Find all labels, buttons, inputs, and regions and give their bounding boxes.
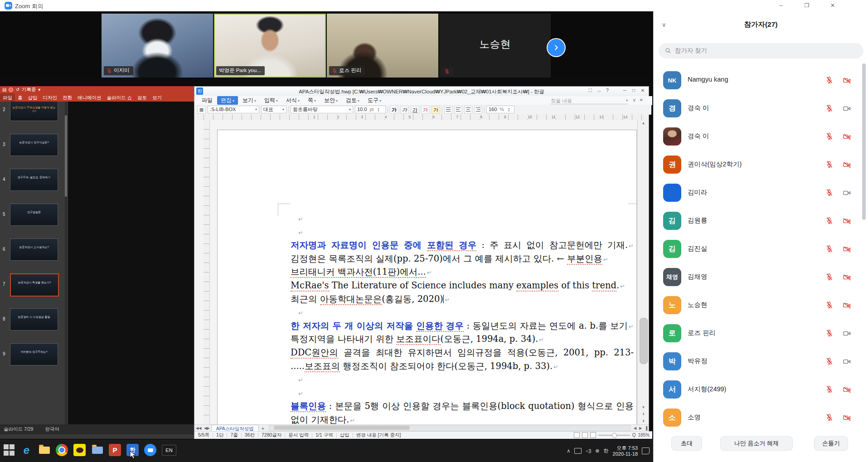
- participant-row[interactable]: 소소영: [654, 404, 868, 432]
- video-tile[interactable]: 노승현: [439, 14, 551, 78]
- vertical-scrollbar[interactable]: ▲ ▼ ⇞ ⇟: [637, 120, 649, 424]
- video-tile[interactable]: 박영준 Park you...: [214, 14, 326, 78]
- align-justify-button[interactable]: [444, 106, 452, 114]
- split-view-icon[interactable]: ↔: [595, 88, 603, 93]
- style-preset-select[interactable]: 대표▾: [261, 106, 286, 113]
- maximize-button[interactable]: ❐: [796, 0, 817, 11]
- slide-thumbnail-8[interactable]: 논문정리 시 사전점검 할일: [10, 308, 58, 331]
- hwp-menu-편집[interactable]: 편집▾: [217, 96, 238, 105]
- start-button[interactable]: [3, 444, 15, 456]
- slide-thumbnail-6[interactable]: 논문작성시 조사설계는?: [10, 238, 58, 261]
- align-center-button[interactable]: [464, 106, 472, 114]
- align-right-button[interactable]: [474, 106, 482, 114]
- underline-button[interactable]: 가: [411, 106, 419, 114]
- minimize-button[interactable]: ─: [771, 0, 791, 11]
- network-icon[interactable]: ⊗: [595, 448, 599, 454]
- participant-row[interactable]: 로로즈 핀리: [654, 319, 868, 347]
- ppt-tab-6[interactable]: 애니메이션: [75, 93, 104, 102]
- help-icon[interactable]: ?: [603, 88, 611, 93]
- scroll-left-icon[interactable]: ◀: [632, 426, 638, 430]
- display-tray-icon[interactable]: [574, 448, 582, 454]
- slide-thumbnail-3[interactable]: 논문작성시 연구대상은?: [10, 134, 58, 156]
- folder-icon[interactable]: [91, 444, 103, 456]
- ime-indicator[interactable]: 한: [604, 447, 609, 454]
- hwp-menu-서식[interactable]: 서식▾: [282, 96, 303, 105]
- hwp-menu-보기[interactable]: 보기▾: [239, 96, 260, 105]
- hwp-menu-도구[interactable]: 도구▾: [364, 96, 385, 105]
- video-tile[interactable]: 로즈 핀리: [327, 14, 438, 78]
- action-center-icon[interactable]: [642, 447, 650, 454]
- participant-row[interactable]: 경경숙 이: [654, 94, 868, 122]
- zoom-icon[interactable]: [144, 444, 156, 456]
- ppt-tab-4[interactable]: 디자인: [40, 93, 60, 102]
- video-tile[interactable]: 이지미: [102, 14, 213, 78]
- hwp-minimize-button[interactable]: ─: [621, 88, 629, 93]
- ppt-tab-9[interactable]: 보기: [150, 93, 165, 102]
- split-handle-icon[interactable]: ▐: [643, 426, 649, 430]
- kakaotalk-icon[interactable]: [73, 444, 86, 456]
- ppt-tab-8[interactable]: 검토: [135, 93, 150, 102]
- language-badge[interactable]: EN: [162, 445, 176, 456]
- view-single-icon[interactable]: [574, 432, 580, 438]
- highlight-button[interactable]: 가: [432, 106, 440, 114]
- chrome-icon[interactable]: [56, 444, 68, 456]
- hwp-close-button[interactable]: ✕: [639, 88, 647, 93]
- save-icon[interactable]: ▤: [2, 86, 6, 93]
- document-tab[interactable]: APA스타일작성법: [211, 425, 259, 432]
- participants-scrollbar[interactable]: [862, 63, 866, 220]
- quick-access-dropdown-icon[interactable]: ▾: [38, 86, 40, 93]
- ppt-tab-5[interactable]: 전환: [60, 93, 75, 102]
- ppt-tab-2[interactable]: 홈: [15, 93, 25, 102]
- powerpoint-icon[interactable]: P: [109, 444, 121, 456]
- participant-row[interactable]: NKNamgyu kang: [654, 66, 868, 94]
- participant-row[interactable]: 노노승현: [654, 291, 868, 319]
- document-area[interactable]: ↵↵저자명과 자료명이 인용문 중에 포함된 경우 : 주 표시 없이 참고문헌…: [194, 120, 649, 424]
- participant-row[interactable]: 경숙 이: [654, 122, 868, 151]
- participant-row[interactable]: 김김진실: [654, 235, 868, 263]
- unmute-me-button[interactable]: 나만 음소거 해제: [720, 436, 793, 451]
- participant-row[interactable]: 서서지형(2499): [654, 375, 868, 404]
- zoom-slider-knob[interactable]: [612, 433, 617, 438]
- italic-button[interactable]: 가: [400, 106, 409, 114]
- ppt-tab-1[interactable]: 파일: [0, 93, 15, 102]
- hwp-menu-파일[interactable]: 파일: [198, 96, 216, 105]
- font-color-button[interactable]: 가: [421, 106, 430, 114]
- taskbar-clock[interactable]: 오후 7:532020-11-18: [613, 445, 638, 457]
- edge-icon[interactable]: e: [20, 444, 33, 456]
- fullscreen-icon[interactable]: ⛶: [586, 88, 594, 93]
- zoom-lens-icon[interactable]: Q: [632, 433, 636, 438]
- ppt-tab-3[interactable]: 삽입: [25, 93, 40, 102]
- participant-row[interactable]: 김미라: [654, 179, 868, 207]
- hidden-icons-chevron[interactable]: ∧: [567, 448, 570, 454]
- close-button[interactable]: ✕: [822, 0, 843, 11]
- find-input[interactable]: 찾을 내용▾: [551, 97, 628, 104]
- view-facing-icon[interactable]: [582, 432, 588, 438]
- paragraph-style-select[interactable]: .S-LIB-BOX▾: [208, 106, 259, 113]
- style-grid-icon[interactable]: ⊞: [197, 106, 206, 114]
- undo-icon[interactable]: ↺: [15, 86, 19, 93]
- slide-thumbnail-5[interactable]: 연구방법론: [10, 204, 58, 226]
- zoom-slider[interactable]: [598, 435, 630, 436]
- scroll-right-icon[interactable]: ▶: [638, 426, 643, 430]
- bold-button[interactable]: 가: [390, 106, 398, 114]
- document-text[interactable]: ↵↵저자명과 자료명이 인용문 중에 포함된 경우 : 주 표시 없이 참고문헌…: [291, 212, 634, 424]
- participant-search-input[interactable]: 참가자 찾기: [659, 43, 863, 58]
- find-next-icon[interactable]: ∨: [633, 97, 636, 102]
- file-explorer-icon[interactable]: [38, 444, 50, 456]
- slide-thumbnail-9[interactable]: 여러분의 연구주제는?: [10, 343, 58, 365]
- ppt-tab-7[interactable]: 슬라이드 쇼: [104, 93, 135, 102]
- find-close-icon[interactable]: ✕: [640, 97, 643, 102]
- horizontal-scrollbar[interactable]: [269, 425, 630, 431]
- font-size-input[interactable]: 10.0pt▲▼: [355, 106, 386, 113]
- slide-panel-scrollbar[interactable]: [65, 102, 67, 424]
- participant-row[interactable]: 권권이삭(임상2학기): [654, 151, 868, 179]
- invite-button[interactable]: 초대: [671, 436, 702, 451]
- slide-thumbnail-2[interactable]: 논문작성시 주제선정을 어떻게 했는가?: [10, 102, 58, 121]
- slide-thumbnail-7[interactable]: 논문작성시 측정을 했는가?: [10, 273, 59, 297]
- scrollbar-thumb[interactable]: [274, 426, 410, 430]
- hwp-menu-보안[interactable]: 보안▾: [320, 96, 341, 105]
- participant-row[interactable]: 김김원룡: [654, 207, 868, 235]
- new-tab-button[interactable]: +: [259, 426, 267, 431]
- hwp-menu-쪽[interactable]: 쪽▾: [304, 96, 320, 105]
- tab-nav-prev-icon[interactable]: ◀▶: [203, 426, 211, 430]
